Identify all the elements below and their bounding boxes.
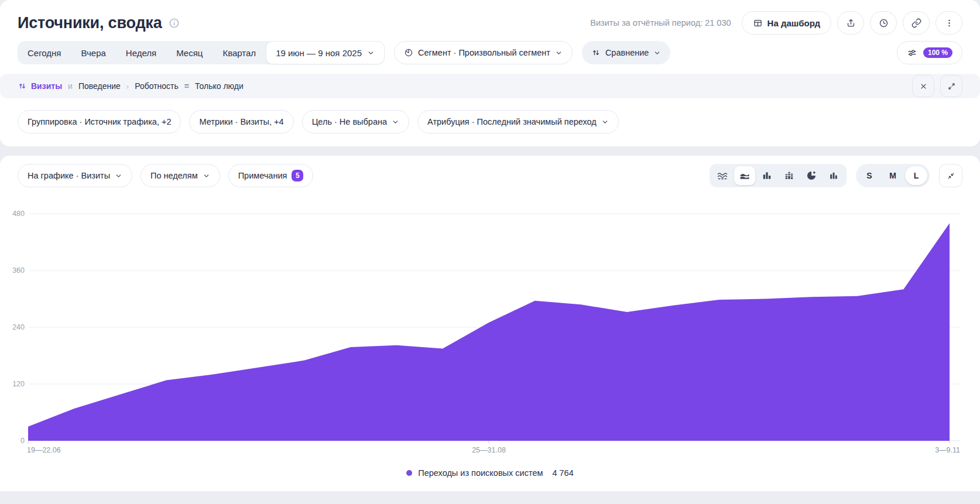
svg-text:25—31.08: 25—31.08 [472, 446, 506, 454]
close-icon [919, 82, 928, 91]
on-chart-metric-label: На графике · Визиты [28, 171, 110, 180]
area-chart-icon[interactable] [734, 166, 755, 185]
add-to-dashboard-button[interactable]: На дашборд [742, 11, 831, 35]
chevron-down-icon [367, 49, 375, 57]
chart-type-switcher [710, 164, 847, 187]
copy-link-button[interactable] [903, 11, 930, 35]
breadcrumb-dimension-parent[interactable]: Поведение [78, 81, 121, 91]
breadcrumb-operator: = [184, 81, 189, 91]
size-l-button[interactable]: L [905, 166, 927, 185]
breadcrumb-filter-value[interactable]: Только люди [195, 81, 244, 91]
dashboard-icon [753, 18, 763, 28]
attribution-chip[interactable]: Атрибуция · Последний значимый переход [417, 110, 619, 133]
page-header: Источники, сводка Визиты за отчётный пер… [0, 0, 980, 34]
traffic-area-chart[interactable]: 012024036048019—22.0625—31.083—9.11 [0, 190, 980, 457]
compare-arrows-icon [591, 48, 601, 57]
chart-size-switcher: S M L [856, 164, 930, 187]
tab-week[interactable]: Неделя [116, 41, 166, 64]
chart-view-controls: S M L [710, 164, 962, 187]
dashboard-button-label: На дашборд [767, 18, 820, 28]
filter-bar-actions [912, 75, 962, 97]
tab-month[interactable]: Месяц [166, 41, 213, 64]
collapse-chart-button[interactable] [939, 164, 962, 187]
period-presets: Сегодня Вчера Неделя Месяц Квартал 19 ию… [18, 41, 385, 64]
sampling-badge: 100 % [923, 47, 952, 58]
tab-yesterday[interactable]: Вчера [71, 41, 116, 64]
svg-text:19—22.06: 19—22.06 [27, 446, 61, 454]
svg-text:120: 120 [12, 380, 25, 388]
on-chart-metric-selector[interactable]: На графике · Визиты [18, 164, 132, 187]
segment-pie-icon [404, 48, 413, 57]
report-settings-chips: Группировка · Источник трафика, +2 Метри… [0, 98, 980, 133]
svg-text:240: 240 [12, 323, 25, 331]
goal-chip[interactable]: Цель · Не выбрана [302, 110, 409, 133]
metric-label: Визиты [31, 81, 62, 91]
bar-chart-icon[interactable] [756, 166, 777, 185]
kebab-menu-icon [944, 18, 954, 28]
page-title: Источники, сводка [18, 14, 162, 32]
notes-label: Примечания [238, 171, 287, 180]
svg-text:480: 480 [12, 210, 25, 218]
pie-chart-icon[interactable] [801, 166, 822, 185]
metrics-chip[interactable]: Метрики · Визиты, +4 [189, 110, 293, 133]
svg-text:360: 360 [12, 266, 25, 275]
compare-selector[interactable]: Сравнение [582, 41, 671, 64]
history-button[interactable] [870, 11, 897, 35]
stacked-bar-icon[interactable] [779, 166, 800, 185]
svg-text:0: 0 [20, 437, 25, 445]
sampling-settings-button[interactable]: 100 % [897, 41, 962, 64]
legend-dot [406, 470, 412, 476]
remove-filter-button[interactable] [912, 75, 934, 97]
legend-series-label: Переходы из поисковых систем [418, 468, 543, 478]
collapse-icon [947, 172, 955, 180]
breadcrumb-dimension-child[interactable]: Роботность [135, 81, 179, 91]
grouping-chip-label: Группировка · Источник трафика, +2 [28, 117, 171, 126]
date-range-picker[interactable]: 19 июн — 9 ноя 2025 [266, 41, 385, 64]
goal-chip-label: Цель · Не выбрана [312, 117, 387, 126]
granularity-selector[interactable]: По неделям [141, 164, 220, 187]
expand-filter-button[interactable] [940, 75, 962, 97]
metric-selector[interactable]: Визиты [18, 81, 62, 91]
metrics-chip-label: Метрики · Визиты, +4 [199, 117, 283, 126]
notes-count-badge: 5 [292, 170, 303, 181]
visits-summary: Визиты за отчётный период: 21 030 [590, 18, 731, 28]
history-clock-icon [879, 18, 889, 28]
column-chart-icon[interactable] [823, 166, 844, 185]
metric-filter-bar: Визиты и Поведение › Роботность = Только… [0, 74, 980, 98]
granularity-label: По неделям [150, 171, 198, 180]
notes-button[interactable]: Примечания 5 [228, 164, 314, 187]
summary-panel: Источники, сводка Визиты за отчётный пер… [0, 0, 980, 146]
attribution-chip-label: Атрибуция · Последний значимый переход [427, 117, 597, 126]
chevron-down-icon [601, 118, 609, 126]
breadcrumb-conjunction: и [68, 81, 73, 91]
svg-text:3—9.11: 3—9.11 [935, 446, 960, 454]
info-icon[interactable] [169, 18, 180, 29]
share-icon [846, 18, 856, 28]
tab-today[interactable]: Сегодня [18, 41, 71, 64]
chart-card: На графике · Визиты По неделям Примечани… [0, 156, 980, 491]
line-chart-icon[interactable] [712, 166, 733, 185]
grouping-chip[interactable]: Группировка · Источник трафика, +2 [18, 110, 181, 133]
size-s-button[interactable]: S [858, 166, 880, 185]
chevron-down-icon [653, 49, 661, 57]
breadcrumb-separator: › [126, 82, 129, 91]
legend-series-total: 4 764 [552, 468, 573, 478]
chevron-down-icon [203, 172, 210, 180]
segment-selector[interactable]: Сегмент · Произвольный сегмент [394, 41, 573, 64]
size-m-button[interactable]: M [882, 166, 904, 185]
link-icon [912, 18, 921, 28]
tab-quarter[interactable]: Квартал [213, 41, 266, 64]
header-actions: Визиты за отчётный период: 21 030 На даш… [590, 11, 962, 35]
chevron-down-icon [115, 172, 122, 180]
chart-controls: На графике · Визиты По неделям Примечани… [0, 164, 980, 187]
metric-arrows-icon [18, 81, 27, 91]
more-menu-button[interactable] [936, 11, 962, 35]
share-button[interactable] [837, 11, 864, 35]
chevron-down-icon [392, 118, 399, 126]
period-filter-row: Сегодня Вчера Неделя Месяц Квартал 19 ию… [0, 41, 980, 64]
chevron-down-icon [555, 49, 563, 57]
segment-label: Сегмент · Произвольный сегмент [418, 48, 550, 57]
chart-legend[interactable]: Переходы из поисковых систем 4 764 [0, 468, 980, 478]
sliders-icon [907, 47, 917, 58]
compare-label: Сравнение [605, 48, 649, 57]
